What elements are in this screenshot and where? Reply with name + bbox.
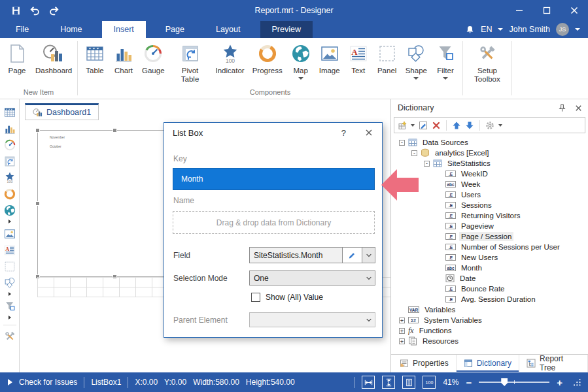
ribbon-item-pivot-table[interactable]: Pivot Table <box>169 42 212 85</box>
ribbon-item-indicator[interactable]: 100Indicator <box>212 42 249 76</box>
resize-grip-icon[interactable] <box>572 378 581 387</box>
pivot-icon32[interactable] <box>3 155 16 168</box>
panel-icon32[interactable] <box>3 260 16 273</box>
flyout-arrow-icon[interactable] <box>9 292 11 296</box>
dropdown-caret-icon[interactable] <box>413 77 419 80</box>
language-label[interactable]: EN <box>481 25 492 34</box>
dropdown-caret-icon[interactable] <box>498 124 502 127</box>
tree-item-sessions[interactable]: .ESessions <box>392 200 587 210</box>
check-issues-play-icon[interactable] <box>8 379 12 385</box>
dropdown-caret-icon[interactable] <box>298 77 303 80</box>
tree-item-users[interactable]: .EUsers <box>392 189 587 200</box>
ribbon-item-panel[interactable]: Panel <box>373 42 402 76</box>
panel-tab-dictionary[interactable]: Dictionary <box>457 355 519 372</box>
dialog-close-icon[interactable] <box>364 128 373 137</box>
field-edit-button[interactable] <box>342 248 362 263</box>
add-item-icon[interactable] <box>398 121 407 130</box>
parent-element-select[interactable] <box>249 312 375 327</box>
avatar[interactable]: JS <box>556 23 569 36</box>
menu-tab-insert[interactable]: Insert <box>102 21 146 38</box>
minimize-button[interactable] <box>506 0 533 21</box>
progress-icon32[interactable] <box>3 188 16 201</box>
show-all-checkbox-row[interactable]: Show (All) Value <box>251 293 323 302</box>
redo-icon[interactable] <box>48 5 60 16</box>
ribbon-item-chart[interactable]: Chart <box>109 42 138 76</box>
ribbon-item-progress[interactable]: Progress <box>249 42 286 76</box>
panel-tab-properties[interactable]: Properties <box>392 355 457 372</box>
tree-item-date[interactable]: Date <box>392 273 587 284</box>
edit-icon[interactable] <box>419 121 428 130</box>
tree-item-pageview[interactable]: .EPageview <box>392 221 587 231</box>
menu-tab-home[interactable]: Home <box>48 21 94 38</box>
zoom-out-button[interactable]: − <box>466 378 472 387</box>
expander-plus-icon[interactable]: + <box>399 318 405 323</box>
tree-item-avg-session-duration[interactable]: .EAvg. Session Duration <box>392 294 587 304</box>
chart-icon32[interactable] <box>3 122 16 135</box>
ribbon-item-setup-toolbox[interactable]: Setup Toolbox <box>466 42 509 85</box>
tree-item-functions[interactable]: +fxFunctions <box>392 325 587 336</box>
menu-tab-preview[interactable]: Preview <box>260 21 313 38</box>
tree-item-week[interactable]: abcWeek <box>392 179 587 189</box>
save-icon[interactable] <box>10 5 22 16</box>
menu-tab-page[interactable]: Page <box>154 21 196 38</box>
tree-item-sitestatistics[interactable]: -SiteStatistics <box>392 158 587 169</box>
expander-plus-icon[interactable]: + <box>399 338 405 344</box>
field-dropdown-button[interactable] <box>362 248 375 263</box>
dropdown-caret-icon[interactable] <box>443 77 448 80</box>
zoom-slider[interactable] <box>479 382 549 383</box>
language-caret-icon[interactable] <box>498 28 503 31</box>
dropdown-caret-icon[interactable] <box>411 124 415 127</box>
bell-icon[interactable] <box>465 25 475 35</box>
map-icon32[interactable] <box>3 204 16 217</box>
document-tab-dashboard1[interactable]: Dashboard1 <box>25 103 99 120</box>
tree-item-new-users[interactable]: .ENew Users <box>392 252 587 263</box>
filter-icon32[interactable] <box>3 300 16 313</box>
name-dropzone[interactable]: Drag & drop data from Dictionary <box>173 211 375 234</box>
tree-item-data-sources[interactable]: -Data Sources <box>392 137 587 148</box>
pin-icon[interactable] <box>558 104 566 112</box>
arrow-down-icon[interactable] <box>465 121 474 130</box>
expander-minus-icon[interactable]: - <box>399 140 405 146</box>
tree-item-weekid[interactable]: .EWeekID <box>392 169 587 179</box>
image-icon32[interactable] <box>3 227 16 240</box>
arrow-up-icon[interactable] <box>452 121 461 130</box>
ribbon-item-text[interactable]: AText <box>344 42 373 76</box>
resize-handle[interactable] <box>112 128 117 133</box>
ribbon-item-map[interactable]: Map <box>286 42 315 81</box>
ribbon-item-table[interactable]: Table <box>80 42 109 76</box>
check-issues-label[interactable]: Check for Issues <box>19 378 77 387</box>
ribbon-item-image[interactable]: Image <box>315 42 344 76</box>
key-field[interactable]: Month <box>173 168 375 190</box>
text-icon32[interactable]: A <box>3 244 16 257</box>
resize-handle[interactable] <box>35 128 40 133</box>
zoom-slider-thumb[interactable] <box>501 378 508 386</box>
tree-item-number-of-sessions-per-user[interactable]: .ENumber of Sessions per User <box>392 242 587 252</box>
user-caret-icon[interactable] <box>575 28 580 31</box>
delete-icon[interactable] <box>432 121 441 130</box>
undo-icon[interactable] <box>29 5 41 16</box>
indicator-icon32[interactable]: 100 <box>3 171 16 184</box>
tree-item-page-session[interactable]: .EPage / Session <box>392 231 587 242</box>
tree-item-returning-visitors[interactable]: .EReturning Visitors <box>392 210 587 221</box>
flyout-arrow-icon[interactable] <box>9 220 11 223</box>
user-name[interactable]: John Smith <box>509 25 550 34</box>
maximize-button[interactable] <box>533 0 561 21</box>
gear-icon[interactable] <box>485 121 494 130</box>
gauge-icon32[interactable] <box>3 139 16 152</box>
tree-item-month[interactable]: abcMonth <box>392 263 587 273</box>
zoom-in-button[interactable]: + <box>557 378 562 387</box>
ribbon-item-dashboard[interactable]: Dashboard <box>31 42 75 76</box>
help-button[interactable]: ? <box>341 128 346 138</box>
show-all-checkbox[interactable] <box>251 293 260 302</box>
close-button[interactable] <box>561 0 588 21</box>
zoom100-button[interactable]: 100 <box>423 376 436 389</box>
resize-handle[interactable] <box>35 201 40 206</box>
fit-height-button[interactable] <box>382 376 395 389</box>
shape-icon32[interactable] <box>3 276 16 289</box>
ribbon-item-shape[interactable]: Shape <box>402 42 431 81</box>
page-doc-button[interactable] <box>402 376 415 389</box>
tree-item-analytics-excel[interactable]: -analytics [Excel] <box>392 148 587 158</box>
ribbon-item-page[interactable]: Page <box>3 42 31 76</box>
tree-item-resources[interactable]: +Resources <box>392 336 587 346</box>
tree-item-system-variables[interactable]: +Σ#System Variables <box>392 315 587 325</box>
